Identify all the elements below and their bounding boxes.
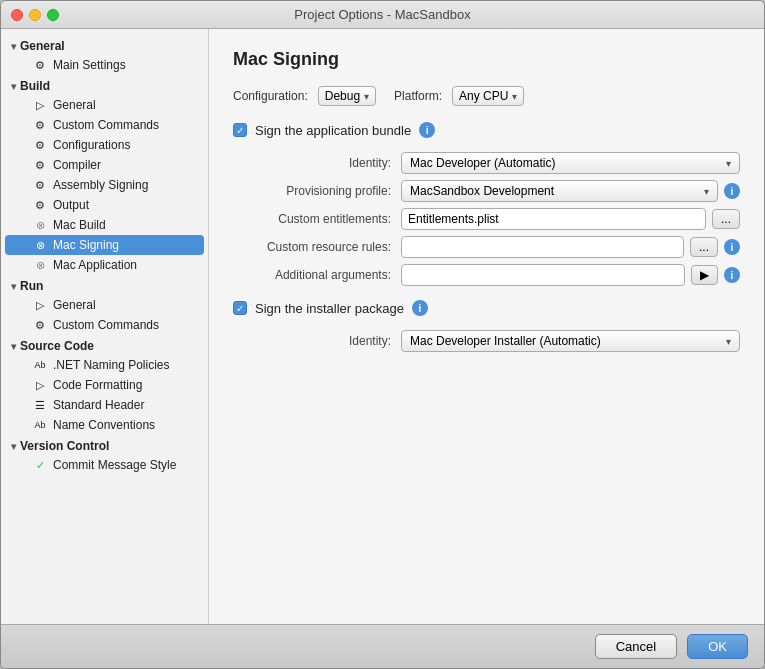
custom-entitlements-field-content: Entitlements.plist ... <box>401 208 740 230</box>
sign-installer-checkbox[interactable]: ✓ <box>233 301 247 315</box>
window-title: Project Options - MacSandbox <box>294 7 470 22</box>
sign-bundle-row: ✓ Sign the application bundle i <box>233 122 740 138</box>
installer-identity-dropdown[interactable]: Mac Developer Installer (Automatic) ▾ <box>401 330 740 352</box>
main-panel: Mac Signing Configuration: Debug ▾ Platf… <box>209 29 764 624</box>
sign-installer-info-icon[interactable]: i <box>412 300 428 316</box>
sidebar-label-mac-signing: Mac Signing <box>53 238 119 252</box>
sidebar-item-run-custom-commands[interactable]: ⚙ Custom Commands <box>5 315 204 335</box>
x-circle-icon: ⊗ <box>33 259 47 272</box>
gear-icon: ⚙ <box>33 199 47 212</box>
custom-entitlements-input[interactable]: Entitlements.plist <box>401 208 706 230</box>
play-icon: ▷ <box>33 379 47 392</box>
chevron-down-icon: ▾ <box>364 91 369 102</box>
sidebar-item-mac-application[interactable]: ⊗ Mac Application <box>5 255 204 275</box>
provisioning-info-icon[interactable]: i <box>724 183 740 199</box>
gear-icon: ⚙ <box>33 159 47 172</box>
installer-identity-field-content: Mac Developer Installer (Automatic) ▾ <box>401 330 740 352</box>
additional-args-run-button[interactable]: ▶ <box>691 265 718 285</box>
lines-icon: ☰ <box>33 399 47 412</box>
sidebar-item-standard-header[interactable]: ☰ Standard Header <box>5 395 204 415</box>
window: Project Options - MacSandbox ▾ General ⚙… <box>0 0 765 669</box>
configuration-dropdown[interactable]: Debug ▾ <box>318 86 376 106</box>
sidebar-section-general[interactable]: ▾ General <box>1 35 208 55</box>
arrow-icon: ▾ <box>11 341 16 352</box>
sidebar-section-version-control[interactable]: ▾ Version Control <box>1 435 208 455</box>
additional-args-label: Additional arguments: <box>233 268 401 282</box>
footer: Cancel OK <box>1 624 764 668</box>
content-area: ▾ General ⚙ Main Settings ▾ Build ▷ Gene… <box>1 29 764 624</box>
minimize-button[interactable] <box>29 9 41 21</box>
sidebar-item-general[interactable]: ▷ General <box>5 95 204 115</box>
sidebar-item-mac-build[interactable]: ⊗ Mac Build <box>5 215 204 235</box>
identity-label: Identity: <box>233 156 401 170</box>
custom-entitlements-label: Custom entitlements: <box>233 212 401 226</box>
sidebar-item-name-conventions[interactable]: Ab Name Conventions <box>5 415 204 435</box>
sidebar-item-compiler[interactable]: ⚙ Compiler <box>5 155 204 175</box>
chevron-down-icon: ▾ <box>704 186 709 197</box>
custom-resource-row: Custom resource rules: ... i <box>233 236 740 258</box>
sidebar-label-general: General <box>53 98 96 112</box>
gear-icon: ⚙ <box>33 139 47 152</box>
provisioning-dropdown[interactable]: MacSandbox Development ▾ <box>401 180 718 202</box>
additional-args-info-icon[interactable]: i <box>724 267 740 283</box>
sidebar-section-general-label: General <box>20 39 65 53</box>
check-circle-icon: ✓ <box>33 459 47 472</box>
custom-entitlements-browse-button[interactable]: ... <box>712 209 740 229</box>
sidebar-item-mac-signing[interactable]: ⊗ Mac Signing <box>5 235 204 255</box>
identity-dropdown[interactable]: Mac Developer (Automatic) ▾ <box>401 152 740 174</box>
provisioning-row: Provisioning profile: MacSandbox Develop… <box>233 180 740 202</box>
sidebar-item-output[interactable]: ⚙ Output <box>5 195 204 215</box>
sidebar-section-run-label: Run <box>20 279 43 293</box>
sidebar-item-code-formatting[interactable]: ▷ Code Formatting <box>5 375 204 395</box>
sidebar-label-run-custom-commands: Custom Commands <box>53 318 159 332</box>
custom-resource-info-icon[interactable]: i <box>724 239 740 255</box>
sidebar-item-run-general[interactable]: ▷ General <box>5 295 204 315</box>
sidebar-item-assembly-signing[interactable]: ⚙ Assembly Signing <box>5 175 204 195</box>
chevron-down-icon: ▾ <box>726 158 731 169</box>
gear-icon: ⚙ <box>33 59 47 72</box>
close-button[interactable] <box>11 9 23 21</box>
additional-args-field-content: ▶ i <box>401 264 740 286</box>
platform-dropdown[interactable]: Any CPU ▾ <box>452 86 524 106</box>
sign-bundle-checkbox[interactable]: ✓ <box>233 123 247 137</box>
custom-resource-browse-button[interactable]: ... <box>690 237 718 257</box>
sign-bundle-info-icon[interactable]: i <box>419 122 435 138</box>
cancel-button[interactable]: Cancel <box>595 634 677 659</box>
sidebar-label-code-formatting: Code Formatting <box>53 378 142 392</box>
arrow-icon: ▾ <box>11 41 16 52</box>
additional-args-input[interactable] <box>401 264 685 286</box>
sidebar: ▾ General ⚙ Main Settings ▾ Build ▷ Gene… <box>1 29 209 624</box>
provisioning-label: Provisioning profile: <box>233 184 401 198</box>
installer-identity-row: Identity: Mac Developer Installer (Autom… <box>233 330 740 352</box>
additional-args-row: Additional arguments: ▶ i <box>233 264 740 286</box>
sidebar-section-build[interactable]: ▾ Build <box>1 75 208 95</box>
custom-resource-input[interactable] <box>401 236 684 258</box>
arrow-icon: ▾ <box>11 281 16 292</box>
sidebar-item-main-settings[interactable]: ⚙ Main Settings <box>5 55 204 75</box>
config-value: Debug <box>325 89 360 103</box>
sidebar-item-commit-message[interactable]: ✓ Commit Message Style <box>5 455 204 475</box>
sidebar-section-run[interactable]: ▾ Run <box>1 275 208 295</box>
sidebar-item-configurations[interactable]: ⚙ Configurations <box>5 135 204 155</box>
sidebar-label-output: Output <box>53 198 89 212</box>
identity-field-content: Mac Developer (Automatic) ▾ <box>401 152 740 174</box>
sidebar-label-run-general: General <box>53 298 96 312</box>
sidebar-section-source-code[interactable]: ▾ Source Code <box>1 335 208 355</box>
ok-button[interactable]: OK <box>687 634 748 659</box>
page-title: Mac Signing <box>233 49 740 70</box>
play-icon: ▷ <box>33 99 47 112</box>
platform-label: Platform: <box>394 89 442 103</box>
sidebar-label-name-conventions: Name Conventions <box>53 418 155 432</box>
maximize-button[interactable] <box>47 9 59 21</box>
sidebar-label-custom-commands: Custom Commands <box>53 118 159 132</box>
provisioning-value: MacSandbox Development <box>410 184 554 198</box>
sidebar-item-custom-commands[interactable]: ⚙ Custom Commands <box>5 115 204 135</box>
chevron-down-icon: ▾ <box>726 336 731 347</box>
titlebar: Project Options - MacSandbox <box>1 1 764 29</box>
config-row: Configuration: Debug ▾ Platform: Any CPU… <box>233 86 740 106</box>
ab-icon: Ab <box>33 420 47 430</box>
x-circle-icon: ⊗ <box>33 219 47 232</box>
sidebar-label-standard-header: Standard Header <box>53 398 144 412</box>
sidebar-section-build-label: Build <box>20 79 50 93</box>
sidebar-item-net-naming[interactable]: Ab .NET Naming Policies <box>5 355 204 375</box>
